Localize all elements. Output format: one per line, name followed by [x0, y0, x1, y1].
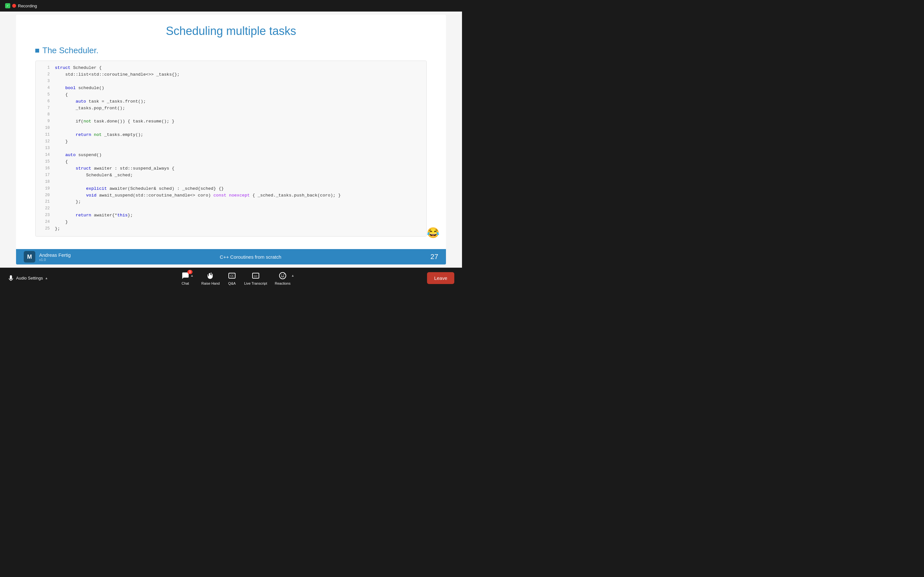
svg-point-5 [281, 274, 282, 275]
toolbar-center: 3 Chat ▲ Raise Hand CC Q&A [181, 271, 294, 285]
audio-settings-button[interactable]: Audio Settings ▲ [8, 275, 48, 282]
presenter-version: v1.0 [39, 258, 71, 261]
code-line-6: 6 auto task = _tasks.front(); [36, 98, 426, 105]
microphone-icon [8, 275, 14, 282]
code-line-16: 16 struct awaiter : std::suspend_always … [36, 165, 426, 172]
code-line-15: 15 { [36, 159, 426, 165]
transcript-svg-icon: CC [252, 272, 260, 279]
code-line-4: 4 bool schedule() [36, 85, 426, 92]
reactions-icon [278, 271, 287, 280]
recording-dot [12, 4, 16, 8]
reactions-label: Reactions [275, 282, 290, 285]
section-header: The Scheduler. [35, 45, 427, 55]
presenter-info: Andreas Fertig v1.0 [39, 252, 71, 261]
presenter-logo: M [24, 251, 35, 263]
top-bar: ✓ Recording [0, 0, 462, 11]
chat-label: Chat [182, 282, 189, 285]
code-line-24: 24 } [36, 219, 426, 226]
qa-button[interactable]: CC Q&A [228, 271, 236, 285]
slide-footer: M Andreas Fertig v1.0 C++ Coroutines fro… [16, 249, 446, 264]
reactions-group: Reactions ▲ [275, 271, 294, 285]
code-line-18: 18 [36, 179, 426, 185]
audio-chevron-icon[interactable]: ▲ [45, 276, 48, 280]
section-marker [35, 49, 39, 53]
code-line-9: 9 if(not task.done()) { task.resume(); } [36, 118, 426, 125]
slide-content: Scheduling multiple tasks The Scheduler.… [16, 15, 446, 249]
chat-icon: 3 [181, 271, 190, 280]
section-title: The Scheduler. [42, 45, 99, 55]
shield-icon: ✓ [5, 3, 10, 8]
hand-svg-icon [207, 272, 214, 279]
code-line-3: 3 [36, 78, 426, 85]
svg-text:CC: CC [230, 274, 234, 277]
code-line-11: 11 return not _tasks.empty(); [36, 132, 426, 139]
code-line-21: 21 }; [36, 199, 426, 205]
code-line-14: 14 auto suspend() [36, 152, 426, 159]
footer-page: 27 [431, 253, 438, 261]
recording-label: Recording [18, 3, 37, 8]
code-line-7: 7 _tasks.pop_front(); [36, 105, 426, 112]
qa-label: Q&A [228, 282, 236, 285]
qa-svg-icon: CC [228, 272, 236, 279]
code-line-12: 12 } [36, 139, 426, 145]
main-content: Scheduling multiple tasks The Scheduler.… [0, 11, 462, 268]
chat-button[interactable]: 3 Chat [181, 271, 190, 285]
live-transcript-button[interactable]: CC Live Transcript [244, 271, 267, 285]
recording-indicator: ✓ Recording [5, 3, 37, 8]
audio-settings-label: Audio Settings [16, 276, 43, 280]
code-line-8: 8 [36, 111, 426, 118]
chat-badge: 3 [187, 270, 192, 274]
chat-chevron-icon[interactable]: ▲ [191, 274, 194, 277]
reactions-svg-icon [279, 272, 286, 279]
code-line-1: 1 struct Scheduler { [36, 65, 426, 71]
live-transcript-icon: CC [251, 271, 260, 280]
raise-hand-label: Raise Hand [201, 282, 220, 285]
chat-group: 3 Chat ▲ [181, 271, 194, 285]
presenter-name: Andreas Fertig [39, 252, 71, 258]
live-transcript-label: Live Transcript [244, 282, 267, 285]
svg-point-6 [283, 274, 284, 275]
raise-hand-button[interactable]: Raise Hand [201, 271, 220, 285]
code-line-25: 25 }; [36, 226, 426, 232]
code-line-23: 23 return awaiter{*this}; [36, 212, 426, 219]
reactions-button[interactable]: Reactions [275, 271, 290, 285]
code-line-22: 22 [36, 205, 426, 212]
code-line-2: 2 std::list<std::coroutine_handle<>> _ta… [36, 71, 426, 78]
code-block: 1 struct Scheduler { 2 std::list<std::co… [35, 61, 427, 237]
code-line-19: 19 explicit awaiter(Scheduler& sched) : … [36, 185, 426, 192]
footer-course: C++ Coroutines from scratch [220, 254, 281, 259]
code-line-5: 5 { [36, 92, 426, 98]
code-line-13: 13 [36, 145, 426, 152]
qa-icon: CC [228, 271, 236, 280]
svg-point-4 [279, 272, 286, 279]
code-line-10: 10 [36, 125, 426, 132]
svg-text:CC: CC [254, 275, 258, 277]
leave-button[interactable]: Leave [427, 272, 454, 284]
code-line-20: 20 void await_suspend(std::coroutine_han… [36, 192, 426, 199]
slide-container: Scheduling multiple tasks The Scheduler.… [16, 15, 446, 264]
raise-hand-icon [206, 271, 215, 280]
reactions-chevron-icon[interactable]: ▲ [291, 274, 294, 277]
code-line-17: 17 Scheduler& _sched; [36, 172, 426, 179]
footer-left: M Andreas Fertig v1.0 [24, 251, 71, 263]
slide-title: Scheduling multiple tasks [35, 24, 427, 38]
bottom-toolbar: Audio Settings ▲ 3 Chat ▲ [0, 268, 462, 288]
